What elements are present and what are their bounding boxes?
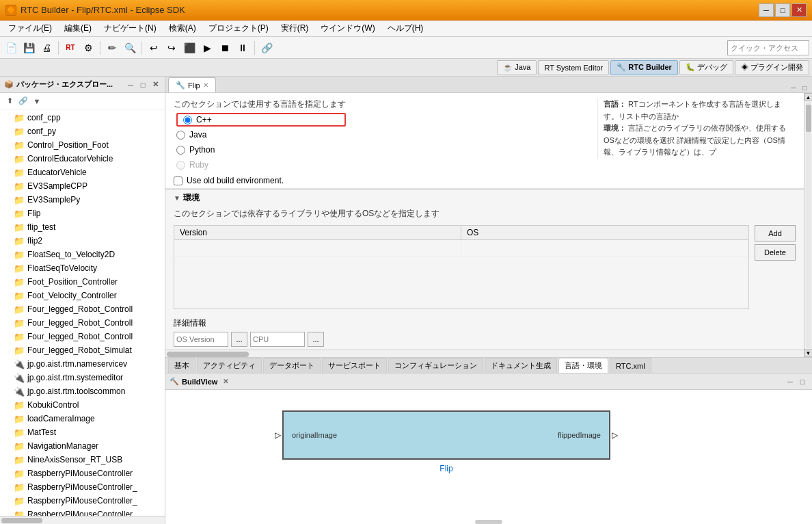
tree-item-raspberry-4[interactable]: 📁RaspberryPiMouseController_ [0, 508, 165, 516]
menu-edit[interactable]: 編集(E) [59, 21, 97, 36]
window-controls[interactable]: ─ □ ✕ [759, 3, 807, 17]
tree-item-raspberry-2[interactable]: 📁RaspberryPiMouseController_ [0, 480, 165, 494]
search-input[interactable] [727, 40, 809, 55]
vscroll-up-btn[interactable]: ▲ [804, 93, 813, 101]
menu-run[interactable]: 実行(R) [275, 21, 314, 36]
tree-item-floatseq[interactable]: 📁FloatSeq_to_Velocity2D [0, 248, 165, 261]
tree-item-nameservice[interactable]: 🔌jp.go.aist.rtm.nameservicev [0, 357, 165, 371]
menu-project[interactable]: プロジェクト(P) [203, 21, 274, 36]
tab-docgen[interactable]: ドキュメント生成 [485, 358, 557, 373]
tab-basic[interactable]: 基本 [168, 358, 195, 373]
close-button[interactable]: ✕ [791, 3, 807, 17]
left-panel-hscroll[interactable] [0, 516, 165, 524]
radio-python-input[interactable] [176, 146, 185, 155]
editor-hscrollbar[interactable] [165, 350, 804, 357]
menu-help[interactable]: ヘルプ(H) [382, 21, 429, 36]
toolbar-print[interactable]: 🖨 [38, 40, 55, 56]
tree-item-ev3cpp[interactable]: 📁EV3SampleCPP [0, 179, 165, 193]
tree-item-loadcamera[interactable]: 📁loadCameraImage [0, 412, 165, 425]
perspective-java[interactable]: ☕ Java [497, 60, 537, 75]
toolbar-extra-1[interactable]: ↩ [146, 40, 162, 56]
tree-item-control-position[interactable]: 📁Control_Position_Foot [0, 138, 165, 152]
tree-item-foot-pos[interactable]: 📁Foot_Position_Controller [0, 275, 165, 289]
perspective-rt-system-editor[interactable]: RT System Editor [538, 60, 609, 75]
tab-dataport[interactable]: データポート [263, 358, 321, 373]
toolbar-save[interactable]: 💾 [21, 40, 37, 56]
collapse-arrow-icon[interactable]: ▼ [174, 194, 180, 202]
delete-button[interactable]: Delete [755, 244, 796, 261]
toolbar-extra-3[interactable]: ⬛ [181, 40, 198, 56]
toolbar-new[interactable]: 📄 [3, 40, 19, 56]
tree-item-toolscommon[interactable]: 🔌jp.go.aist.rtm.toolscommon [0, 384, 165, 398]
use-old-env-checkbox[interactable] [174, 176, 182, 185]
tree-item-control-educator[interactable]: 📁ControlEducatorVehicle [0, 152, 165, 166]
tree-item-mattest[interactable]: 📁MatTest [0, 425, 165, 439]
menu-file[interactable]: ファイル(E) [3, 21, 57, 36]
tree-item-four-3[interactable]: 📁Four_legged_Robot_Controll [0, 330, 165, 343]
toolbar-rt[interactable]: RT [62, 40, 79, 56]
tree-item-floatseq2[interactable]: 📁FloatSeqToVelocity [0, 261, 165, 275]
radio-java-input[interactable] [176, 131, 185, 140]
panel-menu-btn[interactable]: ▼ [31, 96, 42, 107]
radio-cpp-input[interactable] [183, 116, 192, 125]
perspective-rtc-builder[interactable]: 🔧 RTC Builder [610, 60, 678, 75]
flip-tab[interactable]: 🔧 Flip ✕ [168, 77, 216, 92]
minimize-button[interactable]: ─ [759, 3, 774, 17]
os-version-dots-btn[interactable]: ... [231, 332, 247, 347]
menu-window[interactable]: ウインドウ(W) [315, 21, 380, 36]
tree-item-flip2[interactable]: 📁flip2 [0, 234, 165, 248]
cpu-dots-btn[interactable]: ... [308, 332, 324, 347]
collapse-all-btn[interactable]: ⬆ [4, 96, 15, 107]
build-view-minimize[interactable]: ─ [785, 376, 796, 387]
tree-item-raspberry-3[interactable]: 📁RaspberryPiMouseController_ [0, 494, 165, 508]
tab-config[interactable]: コンフィギュレーション [388, 358, 483, 373]
vscroll-down-btn[interactable]: ▼ [804, 349, 813, 357]
radio-java[interactable]: Java [176, 128, 346, 142]
toolbar-extra-5[interactable]: ⏹ [217, 40, 233, 56]
tree-item-kobuki[interactable]: 📁KobukiControl [0, 398, 165, 412]
tab-lang-env[interactable]: 言語・環境 [558, 358, 608, 373]
perspective-plugin[interactable]: ◈ プラグイン開発 [735, 60, 809, 75]
link-with-editor-btn[interactable]: 🔗 [18, 96, 29, 107]
tab-serviceport[interactable]: サービスポート [322, 358, 387, 373]
cpu-input[interactable] [250, 332, 305, 347]
toolbar-extra-7[interactable]: 🔗 [258, 40, 275, 56]
tree-item-four-sim[interactable]: 📁Four_legged_Robot_Simulat [0, 343, 165, 357]
toolbar-build[interactable]: ⚙ [80, 40, 96, 56]
resize-handle[interactable] [475, 520, 502, 524]
editor-vscrollbar[interactable]: ▲ ▼ [804, 93, 812, 357]
tab-activity[interactable]: アクティビティ [197, 358, 262, 373]
perspective-debug[interactable]: 🐛 デバッグ [679, 60, 733, 75]
radio-python[interactable]: Python [176, 143, 346, 157]
toolbar-extra-6[interactable]: ⏸ [234, 40, 251, 56]
flip-tab-close[interactable]: ✕ [203, 81, 208, 89]
tree-item-foot-vel[interactable]: 📁Foot_Velocity_Controller [0, 289, 165, 302]
menu-navigate[interactable]: ナビゲート(N) [98, 21, 162, 36]
tab-rtcxml[interactable]: RTC.xml [610, 358, 651, 373]
toolbar-debug[interactable]: 🔍 [122, 40, 138, 56]
toolbar-pencil[interactable]: ✏ [104, 40, 120, 56]
menu-search[interactable]: 検索(A) [163, 21, 202, 36]
panel-close-btn[interactable]: ✕ [150, 79, 161, 90]
tree-item-flip-test[interactable]: 📁flip_test [0, 220, 165, 234]
tree-item-flip[interactable]: 📁Flip [0, 207, 165, 220]
tree-item-nineaxis[interactable]: 📁NineAxisSensor_RT_USB [0, 453, 165, 467]
maximize-button[interactable]: □ [775, 3, 790, 17]
tree-item-four-1[interactable]: 📁Four_legged_Robot_Controll [0, 302, 165, 316]
tree-item-conf-py[interactable]: 📁conf_py [0, 125, 165, 138]
tree-item-conf-cpp[interactable]: 📁conf_cpp [0, 111, 165, 125]
tree-item-navmanager[interactable]: 📁NavigationManager [0, 439, 165, 453]
build-view-maximize[interactable]: □ [797, 376, 808, 387]
toolbar-extra-4[interactable]: ▶ [199, 40, 215, 56]
tree-item-systemeditor[interactable]: 🔌jp.go.aist.rtm.systemeditor [0, 371, 165, 384]
tree-item-raspberry-1[interactable]: 📁RaspberryPiMouseController [0, 467, 165, 480]
tab-minimize-btn[interactable]: ─ [789, 83, 798, 92]
panel-maximize-btn[interactable]: □ [137, 79, 148, 90]
radio-cpp[interactable]: C++ [176, 113, 346, 127]
add-button[interactable]: Add [755, 225, 796, 241]
tab-maximize-btn[interactable]: □ [800, 83, 809, 92]
tree-item-educator[interactable]: 📁EducatorVehicle [0, 166, 165, 179]
build-view-close-btn[interactable]: ✕ [223, 378, 228, 385]
flip-block[interactable]: originalImage flippedImage [282, 410, 610, 460]
tree-item-ev3py[interactable]: 📁EV3SamplePy [0, 193, 165, 207]
